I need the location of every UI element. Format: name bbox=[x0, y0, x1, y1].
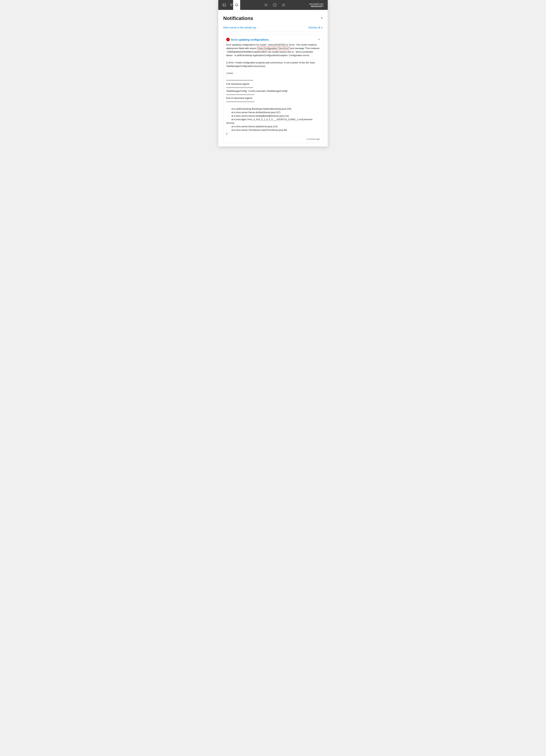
topbar-right-icons: ? bbox=[240, 3, 309, 7]
panel-divider bbox=[223, 32, 323, 32]
dismiss-all-label: Dismiss all bbox=[308, 26, 320, 29]
account-domain: microsoft.com bbox=[309, 3, 323, 5]
activity-row: More events in the activity log → Dismis… bbox=[223, 26, 323, 29]
notif-title-row: ! Error updating configurations bbox=[226, 38, 269, 41]
user-icon[interactable] bbox=[282, 3, 286, 7]
svg-point-4 bbox=[265, 4, 266, 5]
panel-title: Notifications bbox=[223, 16, 253, 21]
svg-point-7 bbox=[283, 4, 284, 5]
notification-close-button[interactable]: × bbox=[318, 38, 320, 41]
account-info: microsoft.com MICROSOFT bbox=[309, 3, 323, 7]
error-icon: ! bbox=[226, 38, 230, 41]
panel-header: Notifications × bbox=[223, 16, 323, 21]
notif-body: Error updating configurations for cluste… bbox=[226, 43, 320, 136]
dismiss-all-button[interactable]: Dismiss all ∨ bbox=[308, 26, 323, 29]
filter-icon[interactable] bbox=[230, 3, 233, 7]
app-container: ? microsoft.com MICROSOFT Notifications … bbox=[218, 0, 328, 147]
notif-timestamp: a minute ago bbox=[307, 138, 320, 140]
activity-log-link[interactable]: More events in the activity log → bbox=[223, 26, 259, 29]
dismiss-chevron-icon: ∨ bbox=[321, 26, 323, 29]
notif-highlighted-text: 'User.Configuration.Trino.Error' bbox=[257, 47, 290, 50]
terminal-icon[interactable] bbox=[223, 3, 226, 7]
svg-marker-2 bbox=[230, 4, 233, 6]
settings-icon[interactable] bbox=[264, 3, 268, 7]
notif-footer: a minute ago bbox=[226, 138, 320, 140]
notif-title: Error updating configurations bbox=[231, 38, 269, 41]
topbar: ? microsoft.com MICROSOFT bbox=[218, 0, 328, 10]
notif-header: ! Error updating configurations × bbox=[226, 38, 320, 41]
bell-button[interactable] bbox=[233, 0, 240, 10]
topbar-icons bbox=[223, 3, 233, 7]
account-org: MICROSOFT bbox=[311, 5, 324, 7]
notification-card: ! Error updating configurations × Error … bbox=[223, 35, 323, 143]
notifications-panel: Notifications × More events in the activ… bbox=[218, 10, 328, 147]
panel-close-button[interactable]: × bbox=[321, 16, 323, 20]
help-icon[interactable]: ? bbox=[273, 3, 277, 7]
notif-body-pre: 1) Error: Invalid configuration property… bbox=[226, 57, 320, 136]
svg-text:?: ? bbox=[274, 4, 275, 6]
svg-rect-0 bbox=[223, 4, 226, 6]
